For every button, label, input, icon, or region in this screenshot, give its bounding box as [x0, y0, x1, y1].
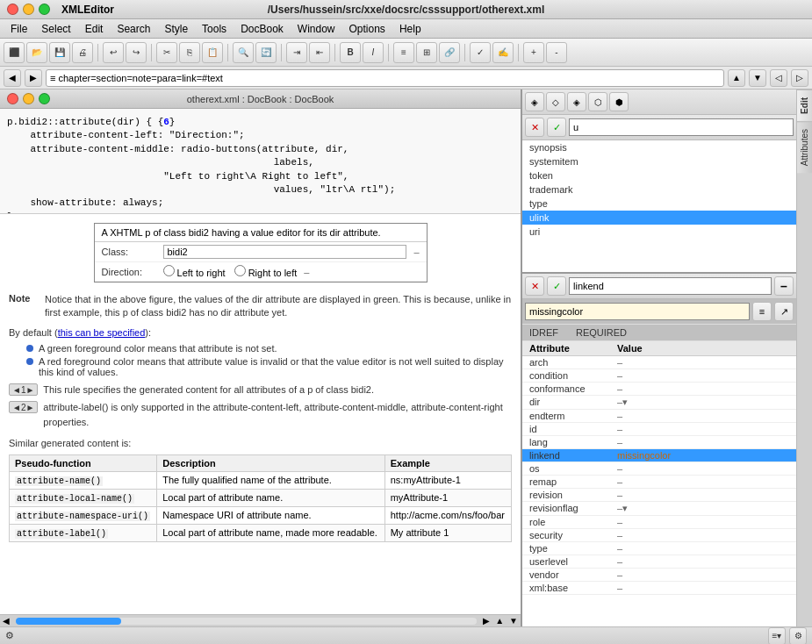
attr-row[interactable]: id– — [522, 423, 796, 436]
scroll-track[interactable] — [16, 618, 477, 625]
attr-row[interactable]: linkendmissingcolor — [522, 449, 796, 462]
tb-bold-btn[interactable]: B — [340, 42, 361, 63]
attr-icon1[interactable]: ◈ — [525, 92, 544, 111]
attr-icon2[interactable]: ◇ — [546, 92, 565, 111]
code-area[interactable]: p.bidi2::attribute(dir) { {6} attribute-… — [0, 109, 521, 214]
nav-left-btn[interactable]: ◁ — [770, 69, 787, 87]
attr-row[interactable]: arch– — [522, 356, 796, 369]
attr-row[interactable]: lang– — [522, 436, 796, 449]
tb-spell-btn[interactable]: ✍ — [492, 42, 514, 63]
tb-italic-btn[interactable]: I — [363, 42, 384, 63]
close-button[interactable] — [7, 4, 18, 15]
demo-radio2-label[interactable]: Right to left — [234, 265, 298, 278]
tb-zoom-out-btn[interactable]: - — [546, 42, 567, 63]
scroll-area[interactable]: ◀ ▶ ▲ ▼ — [0, 614, 521, 626]
scroll-down-btn[interactable]: ▼ — [749, 69, 766, 87]
attr-icon3[interactable]: ◈ — [567, 92, 586, 111]
attr-row[interactable]: os– — [522, 462, 796, 476]
doc-max-btn[interactable] — [39, 93, 50, 104]
tb-new-btn[interactable]: ⬛ — [4, 42, 25, 63]
menu-search[interactable]: Search — [110, 21, 157, 37]
side-tab-attributes[interactable]: Attributes — [797, 121, 812, 173]
doc-min-btn[interactable] — [23, 93, 34, 104]
back-button[interactable]: ◀ — [4, 69, 21, 87]
attr-row[interactable]: dir–▾ — [522, 396, 796, 410]
tb-zoom-in-btn[interactable]: + — [523, 42, 544, 63]
filter-item[interactable]: uri — [522, 225, 796, 239]
scroll-right-btn[interactable]: ▶ — [480, 616, 492, 626]
attr-cancel-btn2[interactable]: ✕ — [525, 276, 544, 296]
side-tab-edit[interactable]: Edit — [797, 89, 812, 121]
attr-row[interactable]: revision– — [522, 489, 796, 502]
attr-row[interactable]: security– — [522, 529, 796, 542]
attr-row[interactable]: endterm– — [522, 410, 796, 423]
tb-table-btn[interactable]: ⊞ — [416, 42, 437, 63]
menu-docbook[interactable]: DocBook — [234, 21, 291, 37]
tb-save-btn[interactable]: 💾 — [49, 42, 70, 63]
address-input[interactable] — [46, 69, 724, 87]
attr-minus-btn[interactable]: – — [774, 276, 794, 296]
filter-item[interactable]: type — [522, 197, 796, 211]
attr-row[interactable]: vendor– — [522, 569, 796, 582]
attr-row[interactable]: xml:base– — [522, 582, 796, 595]
bottom-btn1[interactable]: ≡▾ — [768, 627, 786, 645]
attr-icon4[interactable]: ⬡ — [588, 92, 607, 111]
attr-ok-btn2[interactable]: ✓ — [547, 276, 566, 296]
attr-ok-btn[interactable]: ✓ — [547, 118, 566, 137]
tb-list-btn[interactable]: ≡ — [393, 42, 414, 63]
filter-item[interactable]: trademark — [522, 182, 796, 197]
menu-tools[interactable]: Tools — [195, 21, 234, 37]
tb-indent-btn[interactable]: ⇥ — [286, 42, 307, 63]
filter-list[interactable]: synopsissystemitemtokentrademarktypeulin… — [522, 140, 796, 272]
menu-help[interactable]: Help — [392, 21, 428, 37]
filter-item[interactable]: ulink — [522, 211, 796, 225]
tb-replace-btn[interactable]: 🔄 — [255, 42, 277, 63]
menu-options[interactable]: Options — [342, 21, 392, 37]
filter-item[interactable]: systemitem — [522, 154, 796, 168]
tb-cut-btn[interactable]: ✂ — [156, 42, 177, 63]
tb-validate-btn[interactable]: ✓ — [470, 42, 491, 63]
menu-select[interactable]: Select — [34, 21, 77, 37]
filter-item[interactable]: token — [522, 168, 796, 182]
attr-row[interactable]: revisionflag–▾ — [522, 502, 796, 516]
attr-row[interactable]: type– — [522, 542, 796, 555]
menu-file[interactable]: File — [4, 21, 34, 37]
attr-row[interactable]: userlevel– — [522, 555, 796, 569]
tb-find-btn[interactable]: 🔍 — [233, 42, 254, 63]
attr-browse-btn[interactable]: ↗ — [774, 302, 794, 321]
menu-window[interactable]: Window — [291, 21, 342, 37]
attr-value-input[interactable] — [525, 303, 750, 320]
attr-enum-btn[interactable]: ≡ — [752, 302, 772, 321]
menu-edit[interactable]: Edit — [78, 21, 111, 37]
attr-icon5[interactable]: ⬢ — [609, 92, 629, 111]
attr-rows-container[interactable]: arch–condition–conformance–dir–▾endterm–… — [522, 356, 796, 626]
by-default-link[interactable]: this can be specified — [58, 327, 146, 338]
attr-row[interactable]: remap– — [522, 476, 796, 489]
scroll-left-btn[interactable]: ◀ — [0, 616, 12, 626]
attr-row[interactable]: conformance– — [522, 383, 796, 396]
content-area[interactable]: A XHTML p of class bidi2 having a value … — [0, 214, 521, 614]
nav-right-btn[interactable]: ▷ — [791, 69, 808, 87]
demo-radio2[interactable] — [234, 265, 246, 276]
tb-link-btn[interactable]: 🔗 — [439, 42, 460, 63]
doc-close-btn[interactable] — [7, 93, 18, 104]
menu-style[interactable]: Style — [157, 21, 195, 37]
tb-redo-btn[interactable]: ↪ — [126, 42, 147, 63]
tb-paste-btn[interactable]: 📋 — [202, 42, 223, 63]
attr-row[interactable]: condition– — [522, 369, 796, 383]
tb-outdent-btn[interactable]: ⇤ — [309, 42, 330, 63]
tb-print-btn[interactable]: 🖨 — [72, 42, 93, 63]
demo-radio1[interactable] — [163, 265, 175, 276]
tb-copy-btn[interactable]: ⎘ — [179, 42, 200, 63]
attr-cancel-btn[interactable]: ✕ — [525, 118, 544, 137]
filter-item[interactable]: synopsis — [522, 140, 796, 154]
forward-button[interactable]: ▶ — [25, 69, 42, 87]
minimize-button[interactable] — [23, 4, 34, 15]
tb-open-btn[interactable]: 📂 — [26, 42, 47, 63]
scroll-down-arrow[interactable]: ▼ — [507, 616, 521, 626]
scroll-up-arrow[interactable]: ▲ — [492, 616, 507, 626]
attr-name-input[interactable] — [569, 277, 772, 295]
demo-radio1-label[interactable]: Left to right — [163, 265, 226, 278]
scroll-up-btn[interactable]: ▲ — [728, 69, 745, 87]
demo-class-input[interactable] — [163, 245, 407, 259]
